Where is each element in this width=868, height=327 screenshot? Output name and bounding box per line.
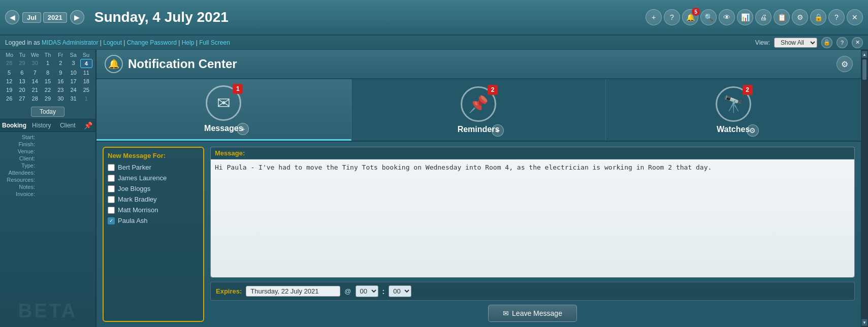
colon-separator: : [382,287,385,296]
attendees-label: Attendees: [4,170,37,176]
reminders-sub-btn[interactable]: + [492,124,504,137]
cal-day[interactable]: 3 [67,59,79,68]
notification-tab-watches[interactable]: 🔭2⚙Watches [606,79,861,141]
year-badge[interactable]: 2021 [43,12,67,23]
cal-day[interactable]: 30 [54,94,67,103]
cal-day[interactable]: 4 [80,59,92,68]
resources-label: Resources: [4,177,37,183]
message-textarea[interactable] [211,159,854,277]
expires-date-input[interactable] [246,286,340,297]
cal-day[interactable]: 30 [29,59,41,68]
chart-btn[interactable]: 📊 [737,9,753,25]
cal-day[interactable]: 6 [16,69,28,77]
admin-name-link[interactable]: MIDAS Administrator [42,39,98,46]
cal-day[interactable]: 13 [16,77,28,85]
messages-sub-btn[interactable]: + [237,123,249,135]
notification-tab-reminders[interactable]: 📌2+Reminders [351,79,606,141]
recipient-item: James Laurence [108,174,199,182]
add-btn[interactable]: + [646,9,662,25]
cal-day[interactable]: 21 [29,86,41,94]
cal-day[interactable]: 26 [3,94,15,103]
recipient-checkbox[interactable] [108,207,115,214]
lock-btn[interactable]: 🔒 [810,9,826,25]
cal-day[interactable]: 5 [3,69,15,77]
cal-day[interactable]: 2 [54,59,67,68]
help-btn[interactable]: ? [664,9,680,25]
view-select[interactable]: Show All [774,38,817,48]
cal-day[interactable]: 8 [42,69,54,77]
view-help-btn[interactable]: ? [837,37,848,48]
prev-month-btn[interactable]: ◀ [5,10,19,24]
tab-client[interactable]: Client [55,119,81,132]
recipient-name: Matt Morrison [118,206,158,214]
recipient-name: Joe Bloggs [118,185,150,192]
today-button[interactable]: Today [31,107,65,117]
recipients-list: Bert ParkerJames LaurenceJoe BloggsMark … [108,164,199,224]
minute-select[interactable]: 000510152025303540455055 [389,285,411,297]
help-link[interactable]: Help [182,39,195,46]
cal-day[interactable]: 12 [3,77,15,85]
cal-day[interactable]: 9 [54,69,67,77]
settings-btn[interactable]: ⚙ [792,9,808,25]
cal-day[interactable]: 17 [67,77,79,85]
next-month-btn[interactable]: ▶ [70,10,84,24]
recipient-checkbox[interactable] [108,175,115,182]
send-button[interactable]: ✉ Leave Message [488,305,577,322]
right-scrollbar: ▲ ▼ [861,50,868,327]
recipient-item: Bert Parker [108,164,199,171]
cal-day[interactable]: 28 [29,94,41,103]
cal-day[interactable]: 1 [80,94,92,103]
cal-day[interactable]: 7 [29,69,41,77]
copy-btn[interactable]: 📋 [774,9,790,25]
recipient-checkbox[interactable] [108,217,115,224]
notification-tab-messages[interactable]: ✉1+Messages [97,79,351,141]
cal-day[interactable]: 10 [67,69,79,77]
logout-link[interactable]: Logout [103,39,122,46]
full-screen-link[interactable]: Full Screen [199,39,230,46]
print-btn[interactable]: 🖨 [755,9,771,25]
cal-day[interactable]: 22 [42,86,54,94]
watches-sub-btn[interactable]: ⚙ [747,124,759,137]
cal-day[interactable]: 25 [80,86,92,94]
month-badge[interactable]: Jul [22,12,41,23]
cal-day[interactable]: 29 [16,59,28,68]
cal-day[interactable]: 19 [3,86,15,94]
recipient-checkbox[interactable] [108,185,115,192]
recipient-item: Paula Ash [108,217,199,224]
change-password-link[interactable]: Change Password [127,39,177,46]
scroll-down-btn[interactable]: ▼ [861,319,867,326]
close-btn[interactable]: ✕ [847,9,863,25]
tab-booking[interactable]: Booking [0,119,28,132]
scroll-up-btn[interactable]: ▲ [861,51,867,58]
scroll-thumb[interactable] [862,59,866,80]
cal-day[interactable]: 23 [54,86,67,94]
expires-row: Expires: @ 00010203040506070809101112131… [210,282,855,301]
cal-day[interactable]: 28 [3,59,15,68]
cal-day[interactable]: 14 [29,77,41,85]
scroll-track [862,59,867,318]
notification-settings-btn[interactable]: ⚙ [837,56,853,72]
cal-day[interactable]: 20 [16,86,28,94]
reminders-badge: 2 [488,85,498,95]
cal-day[interactable]: 18 [80,77,92,85]
hour-select[interactable]: 0001020304050607080910111213141516171819… [356,285,378,297]
cal-day[interactable]: 24 [67,86,79,94]
view-lock-btn[interactable]: 🔒 [821,37,832,48]
view-close-btn[interactable]: ✕ [852,37,863,48]
recipient-checkbox[interactable] [108,164,115,171]
search-btn[interactable]: 🔍 [700,9,717,25]
pin-btn[interactable]: 📌 [81,119,95,132]
recipient-checkbox[interactable] [108,196,115,203]
help2-btn[interactable]: ? [828,9,845,25]
cal-day[interactable]: 1 [42,59,54,68]
cal-grid: 2829301234567891011121314151617181920212… [3,59,92,103]
cal-day[interactable]: 27 [16,94,28,103]
cal-day[interactable]: 31 [67,94,79,103]
cal-day[interactable]: 16 [54,77,67,85]
notifications-btn[interactable]: 🔔 5 [682,9,698,25]
tab-history[interactable]: History [28,119,55,132]
eye-btn[interactable]: 👁 [719,9,735,25]
cal-day[interactable]: 29 [42,94,54,103]
cal-day[interactable]: 11 [80,69,92,77]
cal-day[interactable]: 15 [42,77,54,85]
